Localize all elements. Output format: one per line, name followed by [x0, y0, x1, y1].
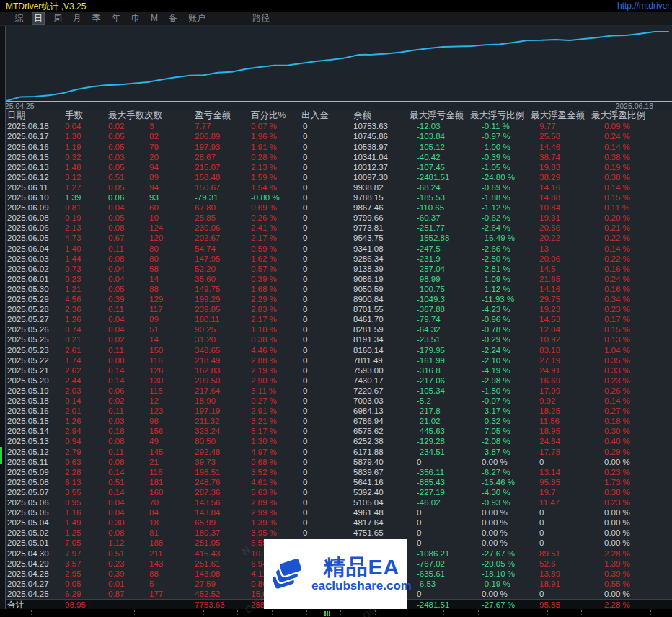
table-cell: 29.75 — [539, 294, 560, 304]
menu-item-年[interactable]: 年 — [110, 13, 122, 24]
header-cell-3[interactable]: 盈亏金额 — [195, 110, 231, 122]
table-cell: 2025.06.02 — [7, 264, 49, 274]
table-cell: -1.00 % — [482, 142, 510, 152]
table-row[interactable]: 2025.05.250.210.021431.200.38 %08191.34-… — [0, 334, 672, 345]
header-cell-5[interactable]: 出入金 — [301, 110, 329, 122]
header-cell-6[interactable]: 余额 — [353, 110, 371, 122]
table-cell: 9938.82 — [353, 182, 384, 192]
table-cell: 1.04 % — [604, 345, 630, 355]
table-row[interactable]: 2025.06.123.120.5189158.481.59 %010097.3… — [0, 172, 672, 182]
site-link[interactable]: http://mtdriver.c — [617, 1, 672, 11]
header-cell-1[interactable]: 手数 — [65, 110, 83, 122]
table-cell: 0 — [303, 406, 307, 416]
table-row[interactable]: 2025.05.142.940.18156323.245.17 %06575.6… — [0, 426, 672, 436]
table-row[interactable]: 2025.05.294.560.39129199.292.29 %08900.8… — [0, 294, 672, 304]
table-cell: 0 — [303, 416, 307, 426]
table-cell: 20.56 — [539, 223, 560, 233]
header-cell-4[interactable]: 百分比% — [251, 110, 286, 122]
table-row[interactable]: 2025.05.021.250.0881180.373.95 %04751.65… — [0, 528, 672, 538]
header-cell-2[interactable]: 最大手数次数 — [108, 110, 162, 122]
header-cell-0[interactable]: 日期 — [7, 110, 25, 122]
menu-item-周[interactable]: 周 — [52, 13, 63, 24]
table-cell: 415.43 — [195, 549, 220, 559]
table-row[interactable]: 2025.05.271.260.0489180.112.17 %08461.70… — [0, 314, 672, 324]
menu-item-账户[interactable]: 账户 — [187, 13, 207, 24]
table-cell: 18 — [149, 518, 159, 528]
table-row[interactable]: 2025.05.301.210.0588149.751.68 %09050.59… — [0, 284, 672, 294]
table-row[interactable]: 2025.05.041.490.301865.991.39 %04817.640… — [0, 518, 672, 528]
table-cell: 0.87 — [108, 589, 124, 599]
scroll-strip[interactable] — [0, 609, 672, 617]
table-row[interactable]: 2025.05.212.620.14126162.832.19 %07593.0… — [0, 365, 672, 376]
table-row[interactable]: 2025.06.020.730.045852.200.57 %09138.39-… — [0, 264, 672, 274]
table-cell: 10312.37 — [353, 162, 388, 172]
table-row[interactable]: 2025.06.131.480.0594215.072.13 %010312.3… — [0, 162, 672, 172]
table-row[interactable]: 2025.06.031.440.0880147.951.62 %09286.34… — [0, 254, 672, 264]
table-row[interactable]: 2025.06.180.040.0237.770.07 %010753.63-1… — [0, 121, 672, 131]
table-cell: 0.04 — [108, 274, 124, 284]
table-cell: 0.04 — [65, 121, 81, 131]
menu-item-备[interactable]: 备 — [167, 13, 179, 24]
table-row[interactable]: 2025.06.090.810.046067.800.69 %09867.46-… — [0, 203, 672, 213]
table-cell: 0.14 % — [604, 396, 630, 406]
table-row[interactable]: 2025.06.101.390.0693-79.31-0.80 %09788.1… — [0, 192, 672, 203]
table-cell: 9788.15 — [353, 192, 384, 203]
table-row[interactable]: 2025.05.192.030.06118217.643.11 %07220.6… — [0, 386, 672, 396]
table-row[interactable]: 2025.05.202.440.14130209.502.90 %07430.1… — [0, 376, 672, 386]
strip-tick — [581, 610, 582, 616]
table-row[interactable]: 2025.05.260.740.045190.251.10 %08281.59-… — [0, 324, 672, 334]
table-cell: 0.39 % — [604, 569, 630, 579]
table-row[interactable]: 2025.05.110.630.082139.730.68 %05879.400… — [0, 457, 672, 467]
table-cell: 14.16 — [539, 182, 560, 192]
table-cell: 0.08 — [108, 355, 124, 365]
table-row[interactable]: 2025.05.060.950.0470143.562.89 %05105.04… — [0, 497, 672, 507]
table-row[interactable]: 2025.05.232.610.11150348.654.46 %08160.1… — [0, 345, 672, 355]
table-cell: 0 — [539, 538, 544, 548]
header-cell-10[interactable]: 最大浮盈比例 — [591, 110, 645, 122]
menu-item-季[interactable]: 季 — [91, 13, 102, 24]
table-cell: 0 — [303, 314, 307, 324]
menu-item-月[interactable]: 月 — [71, 13, 83, 24]
table-row[interactable]: 2025.06.171.300.0582206.891.96 %010745.8… — [0, 131, 672, 141]
table-row[interactable]: 2025.05.180.140.021218.900.27 %07003.03-… — [0, 396, 672, 406]
table-row[interactable]: 2025.06.062.130.08124230.062.41 %09773.8… — [0, 223, 672, 233]
table-row[interactable]: 2025.05.086.130.51181248.764.61 %05641.1… — [0, 477, 672, 487]
table-row[interactable]: 2025.05.221.740.08116218.492.88 %07811.4… — [0, 355, 672, 365]
table-cell: 1.10 % — [251, 324, 277, 334]
table-row[interactable]: 2025.05.130.940.084980.501.30 %06252.38-… — [0, 436, 672, 446]
menu-item-路径[interactable]: 路径 — [251, 13, 271, 24]
table-row[interactable]: 2025.05.162.010.11123197.192.91 %06984.1… — [0, 406, 672, 416]
table-cell: 10745.86 — [353, 131, 388, 141]
table-cell: 0.69 % — [251, 203, 277, 213]
table-row[interactable]: 2025.05.051.160.0484143.842.99 %04961.48… — [0, 507, 672, 518]
menu-item-日[interactable]: 日 — [32, 13, 44, 24]
header-cell-9[interactable]: 最大浮盈金额 — [531, 110, 585, 122]
table-row[interactable]: 2025.05.092.280.14116198.513.52 %05839.6… — [0, 467, 672, 477]
header-cell-8[interactable]: 最大浮亏比例 — [470, 110, 524, 122]
table-row[interactable]: 2025.06.080.190.051025.850.26 %09799.66-… — [0, 213, 672, 223]
table-row[interactable]: 2025.05.282.360.11117239.852.83 %08701.5… — [0, 304, 672, 314]
strip-tick — [134, 610, 135, 616]
table-row[interactable]: 2025.06.010.230.041435.600.39 %09086.19-… — [0, 274, 672, 284]
table-row[interactable]: 2025.05.122.790.11145292.484.97 %06171.8… — [0, 447, 672, 457]
table-cell: 143.84 — [195, 507, 220, 518]
table-row[interactable]: 2025.06.150.320.032028.670.28 %010341.04… — [0, 152, 672, 162]
table-row[interactable]: 2025.06.161.190.0579197.931.91 %010538.9… — [0, 142, 672, 152]
table-cell: 7811.49 — [353, 355, 383, 365]
resize-grip-icon[interactable] — [324, 611, 331, 616]
table-cell: -103.84 — [417, 131, 445, 141]
menu-item-巾[interactable]: 巾 — [130, 13, 141, 24]
table-row[interactable]: 2025.06.054.730.67120202.672.17 %09543.7… — [0, 233, 672, 243]
table-cell: -60.37 — [417, 213, 441, 223]
table-row[interactable]: 2025.06.041.400.118054.740.59 %09341.08-… — [0, 244, 672, 254]
table-cell: 83.18 — [539, 345, 560, 355]
table-row[interactable]: 2025.06.111.270.0594150.671.54 %09938.82… — [0, 182, 672, 192]
table-cell: 218.49 — [195, 355, 220, 365]
menu-item-综[interactable]: 综 — [13, 13, 25, 24]
table-cell: 79 — [149, 142, 159, 152]
table-row[interactable]: 2025.05.151.260.0398211.323.21 %06786.94… — [0, 416, 672, 426]
table-cell: 3.12 — [65, 172, 81, 182]
table-row[interactable]: 2025.05.073.550.14160287.365.63 %05392.4… — [0, 487, 672, 497]
header-cell-7[interactable]: 最大浮亏金额 — [410, 110, 464, 122]
menu-item-M[interactable]: M — [149, 13, 159, 24]
